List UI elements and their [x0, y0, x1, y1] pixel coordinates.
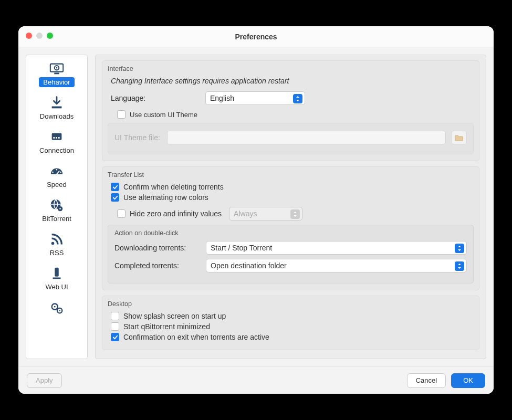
window-controls	[26, 33, 53, 39]
globe-gear-icon	[47, 197, 66, 214]
dropdown-caret-icon	[455, 244, 464, 253]
ok-button[interactable]: OK	[451, 373, 485, 388]
sidebar-item-speed[interactable]: Speed	[26, 161, 87, 194]
theme-file-label: UI Theme file:	[114, 133, 162, 142]
downloading-value: Start / Stop Torrent	[211, 244, 272, 252]
titlebar: Preferences	[18, 26, 494, 47]
svg-rect-1	[54, 73, 59, 75]
svg-rect-17	[53, 278, 61, 279]
apply-button[interactable]: Apply	[27, 373, 62, 388]
server-icon	[47, 265, 66, 282]
completed-action-select[interactable]: Open destination folder	[206, 259, 467, 272]
downloading-action-select[interactable]: Start / Stop Torrent	[206, 241, 467, 255]
group-title: Interface	[108, 65, 474, 72]
splash-label: Show splash screen on start up	[123, 312, 226, 320]
svg-rect-6	[53, 137, 55, 139]
sidebar-item-bittorrent[interactable]: BitTorrent	[26, 195, 87, 228]
confirm-delete-label: Confirm when deleting torrents	[123, 183, 224, 191]
sidebar-item-label: RSS	[46, 248, 68, 258]
completed-label: Completed torrents:	[114, 261, 198, 270]
sub-title: Action on double-click	[114, 229, 467, 237]
language-label: Language:	[111, 94, 158, 102]
group-title: Desktop	[108, 300, 474, 308]
desktop-group: Desktop Show splash screen on start up S…	[102, 296, 479, 350]
sidebar-item-connection[interactable]: Connection	[26, 127, 87, 160]
svg-point-10	[56, 169, 57, 170]
sidebar-item-label: Downloads	[36, 111, 78, 121]
svg-rect-4	[52, 107, 62, 109]
language-select[interactable]: English	[205, 91, 305, 105]
theme-file-input[interactable]	[167, 131, 446, 144]
alt-rows-label: Use alternating row colors	[123, 193, 208, 202]
svg-rect-16	[55, 268, 59, 277]
sidebar-item-label: Behavior	[39, 77, 74, 87]
svg-point-14	[59, 208, 61, 209]
folder-icon	[455, 134, 463, 141]
dropdown-caret-icon	[455, 261, 464, 271]
svg-rect-8	[58, 137, 60, 139]
alt-rows-checkbox[interactable]	[111, 193, 119, 202]
sidebar-item-downloads[interactable]: Downloads	[26, 92, 87, 125]
sidebar-item-advanced[interactable]	[26, 297, 87, 322]
dialog-footer: Apply Cancel OK	[18, 366, 494, 394]
downloading-label: Downloading torrents:	[114, 244, 198, 252]
interface-group: Interface Changing Interface settings re…	[102, 60, 479, 161]
transfer-list-group: Transfer List Confirm when deleting torr…	[102, 166, 479, 290]
confirm-exit-label: Confirmation on exit when torrents are a…	[123, 333, 269, 341]
theme-file-subgroup: UI Theme file:	[108, 123, 474, 154]
download-icon	[47, 94, 66, 111]
sidebar-item-webui[interactable]: Web UI	[26, 263, 87, 296]
sidebar-item-label: BitTorrent	[38, 214, 76, 224]
zoom-window-button[interactable]	[47, 33, 53, 39]
network-icon	[47, 129, 66, 145]
svg-point-15	[51, 242, 55, 245]
gauge-icon	[47, 163, 66, 180]
confirm-delete-checkbox[interactable]	[111, 183, 119, 191]
hide-zero-mode-value: Always	[234, 209, 257, 218]
minimize-window-button[interactable]	[36, 33, 43, 39]
window-title: Preferences	[235, 33, 277, 41]
use-custom-theme-checkbox[interactable]	[117, 110, 126, 119]
minimized-label: Start qBittorrent minimized	[123, 322, 210, 331]
close-window-button[interactable]	[26, 33, 32, 39]
use-custom-theme-label: Use custom UI Theme	[130, 111, 197, 119]
preferences-window: Preferences Behavior Downloads Connec	[18, 26, 494, 394]
double-click-subgroup: Action on double-click Downloading torre…	[108, 225, 474, 284]
dropdown-caret-icon	[290, 209, 300, 219]
sidebar-item-label	[53, 316, 61, 318]
sidebar-item-label: Speed	[43, 180, 71, 190]
hide-zero-checkbox[interactable]	[117, 209, 126, 218]
rss-icon	[47, 231, 66, 248]
svg-rect-7	[56, 137, 57, 139]
completed-value: Open destination folder	[211, 261, 287, 270]
dropdown-caret-icon	[293, 94, 302, 103]
svg-rect-5	[52, 133, 62, 140]
hide-zero-mode-select: Always	[229, 207, 302, 220]
language-value: English	[210, 94, 234, 102]
restart-notice: Changing Interface settings requires app…	[111, 77, 474, 85]
sidebar-item-behavior[interactable]: Behavior	[26, 58, 87, 91]
svg-point-19	[54, 306, 56, 308]
hide-zero-label: Hide zero and infinity values	[130, 209, 222, 218]
svg-point-11	[60, 172, 61, 173]
sidebar-item-rss[interactable]: RSS	[26, 229, 87, 262]
svg-point-9	[52, 172, 53, 173]
gears-icon	[47, 299, 66, 316]
browse-theme-button[interactable]	[451, 131, 467, 144]
sidebar-item-label: Connection	[35, 145, 78, 155]
splash-checkbox[interactable]	[111, 312, 119, 320]
svg-point-21	[59, 310, 60, 311]
svg-point-3	[56, 67, 58, 69]
group-title: Transfer List	[108, 171, 474, 178]
monitor-gear-icon	[47, 60, 66, 77]
sidebar-item-label: Web UI	[41, 282, 72, 292]
cancel-button[interactable]: Cancel	[407, 373, 446, 388]
preferences-content: Interface Changing Interface settings re…	[95, 55, 486, 359]
minimized-checkbox[interactable]	[111, 322, 119, 331]
preferences-sidebar: Behavior Downloads Connection Speed	[26, 55, 88, 359]
confirm-exit-checkbox[interactable]	[111, 333, 119, 341]
